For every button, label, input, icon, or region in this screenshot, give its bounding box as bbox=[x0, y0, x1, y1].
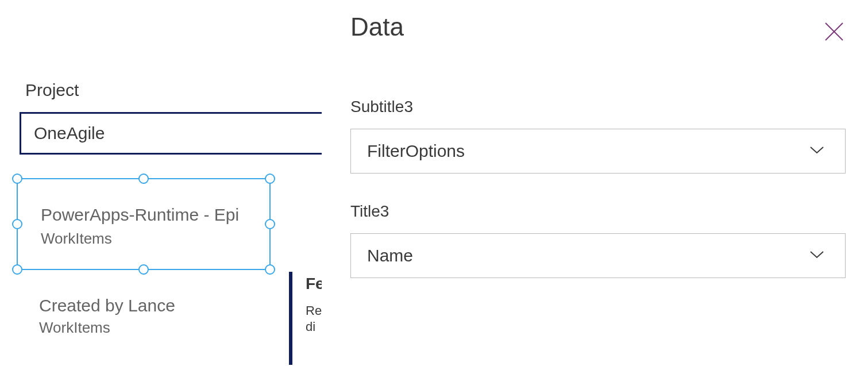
close-icon bbox=[823, 21, 845, 43]
resize-handle-top-right[interactable] bbox=[265, 174, 275, 184]
resize-handle-top-center[interactable] bbox=[138, 174, 149, 184]
peek-text-line3: di bbox=[306, 319, 322, 334]
resize-handle-bottom-center[interactable] bbox=[138, 264, 149, 275]
field-title3: Title3 Name bbox=[350, 202, 868, 278]
resize-handle-bottom-left[interactable] bbox=[12, 264, 22, 275]
panel-title: Data bbox=[350, 13, 404, 41]
item-subtitle: WorkItems bbox=[39, 319, 175, 337]
resize-handle-middle-left[interactable] bbox=[12, 219, 22, 229]
project-input-value: OneAgile bbox=[34, 124, 105, 143]
resize-handle-top-left[interactable] bbox=[12, 174, 22, 184]
data-panel: Data Subtitle3 FilterOptions Title3 Name bbox=[322, 0, 868, 366]
selected-gallery-item[interactable]: PowerApps-Runtime - Epi WorkItems bbox=[17, 178, 271, 270]
dropdown-value: FilterOptions bbox=[367, 141, 465, 161]
vertical-divider bbox=[289, 272, 292, 365]
resize-handle-bottom-right[interactable] bbox=[265, 264, 275, 275]
field-subtitle3: Subtitle3 FilterOptions bbox=[350, 98, 868, 174]
item-subtitle: WorkItems bbox=[41, 230, 112, 248]
gallery-item[interactable]: Created by Lance WorkItems bbox=[39, 296, 175, 337]
item-title: PowerApps-Runtime - Epi bbox=[41, 205, 268, 225]
project-label: Project bbox=[25, 80, 79, 100]
chevron-down-icon bbox=[809, 145, 824, 157]
chevron-down-icon bbox=[809, 250, 824, 261]
subtitle3-dropdown[interactable]: FilterOptions bbox=[350, 129, 846, 174]
canvas-area: Project OneAgile PowerApps-Runtime - Epi… bbox=[0, 0, 322, 366]
close-button[interactable] bbox=[823, 21, 845, 45]
peek-text-line1: Fe bbox=[306, 275, 322, 293]
project-input[interactable]: OneAgile bbox=[20, 112, 330, 155]
item-title: Created by Lance bbox=[39, 296, 175, 315]
field-label: Subtitle3 bbox=[350, 98, 868, 116]
field-label: Title3 bbox=[350, 202, 868, 221]
panel-header: Data bbox=[350, 13, 868, 45]
title3-dropdown[interactable]: Name bbox=[350, 233, 846, 278]
dropdown-value: Name bbox=[367, 246, 413, 265]
peek-text-line2: Re bbox=[306, 303, 322, 318]
